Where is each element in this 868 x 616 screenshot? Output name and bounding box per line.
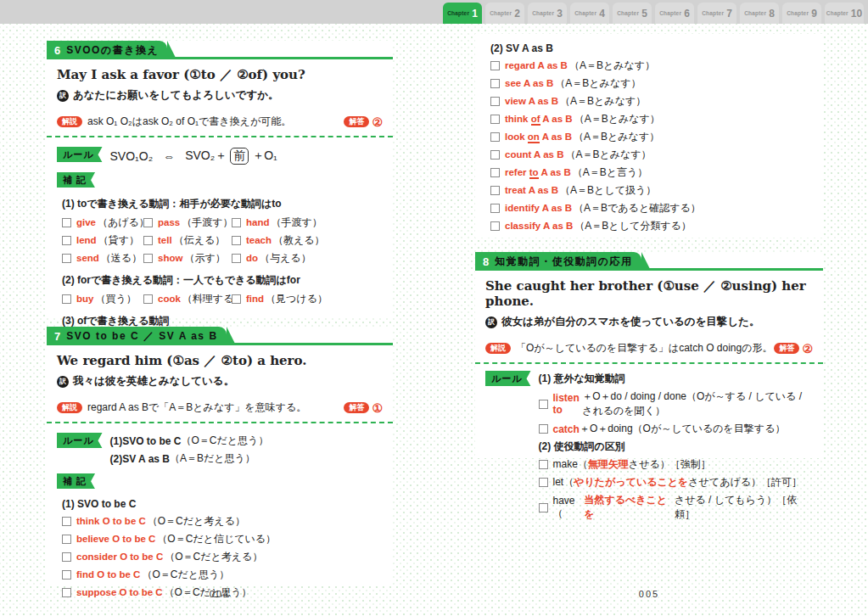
checkbox[interactable]: [143, 236, 153, 245]
verb: hand: [246, 217, 269, 228]
meaning: （A＝Bであると確認する）: [574, 203, 701, 214]
example-sentence: She caught her brother (①use ／ ②using) h…: [485, 278, 813, 309]
checkbox[interactable]: [490, 221, 500, 231]
rule-meaning: （A＝Bだと思う）: [170, 451, 255, 466]
list-item: treat A as B（A＝Bとして扱う）: [490, 185, 813, 196]
formula-lhs: SVO₁O₂: [110, 149, 154, 163]
checkbox[interactable]: [539, 460, 548, 469]
kaito-badge: 解答: [774, 343, 799, 354]
checkbox[interactable]: [490, 168, 500, 177]
section-banner: 6 SVOOの書き換え: [47, 41, 167, 59]
tab-chapter-6[interactable]: Chapter6: [655, 3, 694, 24]
tab-label: Chapter: [826, 10, 848, 16]
list-item: tell（伝える）: [143, 235, 232, 246]
formula-rhs: ＋O₁: [252, 148, 277, 164]
chapter-tab-bar: Chapter1 Chapter2 Chapter3 Chapter4 Chap…: [0, 0, 868, 24]
tab-label: Chapter: [574, 10, 596, 16]
list-item: identify A as B（A＝Bであると確認する）: [490, 203, 813, 214]
checkbox[interactable]: [143, 294, 153, 304]
checkbox[interactable]: [490, 150, 500, 160]
list-item: classify A as B（A＝Bとして分類する）: [490, 221, 813, 232]
list-item: pass（手渡す）: [143, 217, 232, 228]
tab-number: 5: [641, 8, 647, 20]
section-7-card: 7 SVO to be C ／ SV A as B We regard him …: [47, 327, 393, 585]
tab-chapter-7[interactable]: Chapter7: [697, 3, 736, 24]
checkbox[interactable]: [539, 503, 548, 512]
checkbox[interactable]: [232, 236, 241, 245]
tab-number: 9: [811, 8, 817, 20]
tab-chapter-2[interactable]: Chapter2: [485, 3, 524, 24]
checkbox[interactable]: [62, 218, 71, 227]
checkbox[interactable]: [539, 424, 548, 434]
tab-label: Chapter: [617, 10, 639, 16]
tab-chapter-1[interactable]: Chapter1: [443, 3, 482, 24]
list-item: lend（貸す）: [62, 235, 143, 246]
rule-block: ルール (1) 意外な知覚動詞 listen to＋O＋do / doing /…: [485, 371, 813, 522]
checkbox[interactable]: [232, 218, 241, 227]
checkbox[interactable]: [143, 218, 153, 227]
verb: tell: [158, 235, 172, 246]
pattern: think O to be C: [76, 516, 146, 527]
rule-line: (2) SV A as B（A＝Bだと思う）: [110, 451, 269, 466]
checkbox[interactable]: [490, 61, 500, 70]
pattern: identify A as B: [505, 203, 572, 214]
preposition-box: 前: [230, 148, 249, 165]
verb: cook: [158, 294, 181, 305]
tab-chapter-10[interactable]: Chapter10: [825, 3, 864, 24]
checkbox[interactable]: [539, 400, 548, 409]
section-6-header: 6 SVOOの書き換え: [47, 41, 393, 59]
verb: teach: [246, 235, 272, 246]
rule-lines: (1) SVO to be C（O＝Cだと思う） (2) SV A as B（A…: [110, 433, 269, 466]
group-heading: (2) SV A as B: [490, 42, 813, 54]
checkbox[interactable]: [62, 294, 71, 304]
translation-icon: 訳: [485, 316, 497, 328]
checkbox[interactable]: [490, 115, 500, 124]
checkbox[interactable]: [232, 294, 241, 304]
checkbox[interactable]: [62, 570, 71, 580]
example-sentence: May I ask a favor (①to ／ ②of) you?: [57, 67, 383, 82]
list-item: see A as B（A＝Bとみなす）: [490, 78, 813, 89]
rule-ribbon: ルール: [57, 147, 103, 162]
checkbox[interactable]: [490, 204, 500, 213]
checkbox[interactable]: [62, 552, 71, 562]
checkbox[interactable]: [62, 535, 71, 544]
checkbox[interactable]: [232, 254, 241, 263]
pattern: find O to be C: [76, 569, 140, 580]
checkbox[interactable]: [143, 254, 153, 263]
checkbox[interactable]: [62, 254, 71, 263]
translation-text: あなたにお願いをしてもよろしいですか。: [73, 88, 278, 103]
page-number-left: 004: [47, 589, 393, 599]
kaisetsu-badge: 解説: [57, 402, 82, 413]
checkbox[interactable]: [490, 97, 500, 106]
list-item: believe O to be C（O＝Cだと信じている）: [62, 534, 383, 545]
section-banner: 8 知覚動詞・使役動詞の応用: [475, 252, 641, 271]
pattern: treat A as B: [505, 185, 558, 196]
pattern: view A as B: [505, 96, 558, 107]
tab-chapter-9[interactable]: Chapter9: [782, 3, 821, 24]
pattern: think of A as B: [505, 114, 573, 125]
list-item: send（送る）: [62, 253, 143, 264]
checkbox[interactable]: [62, 236, 71, 245]
kaito-badge: 解答: [344, 116, 369, 127]
checkbox[interactable]: [539, 478, 548, 487]
tab-chapter-4[interactable]: Chapter4: [570, 3, 609, 24]
checkbox[interactable]: [490, 79, 500, 88]
explanation-line: 解説 regard A as Bで「A＝Bとみなす」を意味する。 解答 ①: [57, 400, 383, 415]
checkbox[interactable]: [62, 517, 71, 526]
rule-ribbon: ルール: [57, 433, 103, 448]
tab-chapter-3[interactable]: Chapter3: [528, 3, 567, 24]
translation-line: 訳 彼女は弟が自分のスマホを使っているのを目撃した。: [485, 315, 813, 329]
checkbox[interactable]: [490, 132, 500, 142]
translation-text: 我々は彼を英雄とみなしている。: [73, 374, 234, 389]
formula-mid: SVO₂＋: [185, 148, 227, 164]
pattern: see A as B: [505, 78, 553, 89]
list-item: count A as B（A＝Bとみなす）: [490, 149, 813, 160]
meaning: （O＝Cだと信じている）: [157, 534, 276, 545]
rule-pattern: SVO to be C: [122, 435, 181, 447]
pattern: regard A as B: [505, 60, 568, 71]
tab-chapter-8[interactable]: Chapter8: [740, 3, 779, 24]
rule-subheading: (2) 使役動詞の区別: [539, 440, 813, 454]
meaning: （O＝Cだと思う）: [142, 569, 229, 580]
checkbox[interactable]: [490, 186, 500, 195]
tab-chapter-5[interactable]: Chapter5: [613, 3, 652, 24]
